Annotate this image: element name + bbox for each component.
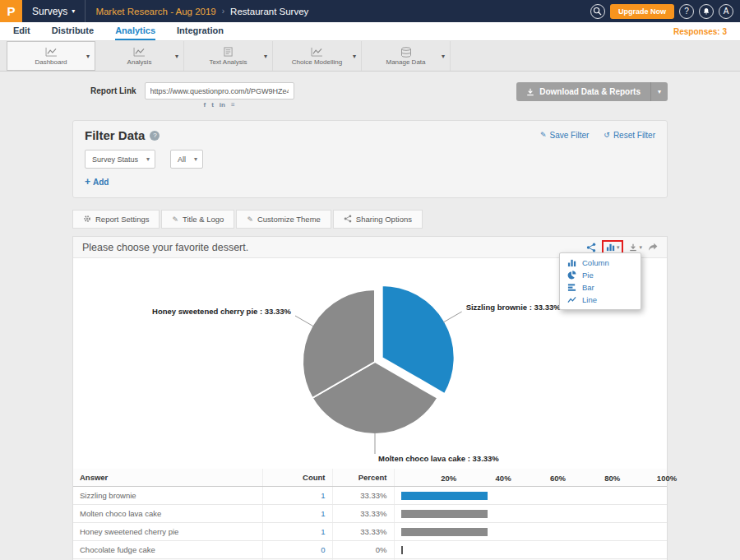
menubar-items: EditDistributeAnalyticsIntegration bbox=[13, 22, 224, 40]
filter-title: Filter Data bbox=[85, 128, 145, 142]
responses-count[interactable]: Responses: 3 bbox=[673, 22, 727, 40]
reset-filter-link[interactable]: ↺ Reset Filter bbox=[604, 131, 655, 140]
survey-status-value: Survey Status bbox=[92, 155, 138, 164]
menubar: EditDistributeAnalyticsIntegration Respo… bbox=[0, 22, 740, 41]
status-all-value: All bbox=[178, 155, 186, 164]
add-filter-label: Add bbox=[93, 178, 109, 187]
chevron-down-icon: ▾ bbox=[639, 244, 642, 250]
breadcrumb-separator: › bbox=[222, 7, 224, 16]
percent-cell: 33.33% bbox=[332, 505, 394, 523]
table-row: Chocolate fudge cake00% bbox=[73, 541, 667, 559]
tab-customize-theme[interactable]: ✎Customize Theme bbox=[236, 210, 331, 229]
chart-type-menu: ColumnPieBarLine bbox=[559, 252, 641, 310]
plus-icon: + bbox=[85, 176, 90, 187]
percent-header: Percent bbox=[332, 469, 394, 487]
chevron-down-icon: ▾ bbox=[617, 244, 620, 250]
notifications-button[interactable] bbox=[699, 4, 714, 19]
share-analytics-button[interactable] bbox=[586, 243, 596, 252]
caret-down-icon[interactable]: ▾ bbox=[175, 53, 178, 60]
answer-table: Answer Count Percent 20%40%60%80%100% Si… bbox=[73, 469, 667, 560]
facebook-icon[interactable]: f bbox=[204, 102, 206, 109]
search-button[interactable] bbox=[590, 4, 605, 19]
percent-bar bbox=[401, 546, 403, 554]
line-chart-icon bbox=[311, 47, 323, 58]
gear-icon bbox=[83, 215, 91, 224]
filter-selects: Survey Status ▾ All ▾ bbox=[85, 150, 655, 169]
toolbar-item-text-analysis[interactable]: Text Analysis▾ bbox=[184, 41, 273, 71]
scale-label: 20% bbox=[441, 473, 456, 482]
tab-sharing-options[interactable]: Sharing Options bbox=[333, 210, 423, 229]
caret-down-icon[interactable]: ▾ bbox=[353, 53, 356, 60]
document-chart-icon bbox=[222, 47, 234, 58]
percent-cell: 0% bbox=[332, 541, 394, 559]
pie-chart-icon bbox=[567, 271, 577, 280]
pie-label-line bbox=[443, 312, 462, 322]
answer-cell: Molten choco lava cake bbox=[73, 505, 262, 523]
chart-menu-item-line[interactable]: Line bbox=[560, 294, 641, 306]
pencil-icon: ✎ bbox=[540, 132, 547, 139]
save-filter-link[interactable]: ✎ Save Filter bbox=[540, 131, 589, 140]
scale-label: 40% bbox=[496, 473, 511, 482]
topbar-actions: Upgrade Now ? A bbox=[590, 4, 740, 19]
tab-report-settings[interactable]: Report Settings bbox=[72, 210, 160, 229]
help-button[interactable]: ? bbox=[679, 4, 694, 19]
toolbar-item-dashboard[interactable]: Dashboard▾ bbox=[7, 41, 95, 71]
breadcrumb-parent[interactable]: Market Research - Aug 2019 bbox=[95, 7, 215, 16]
download-icon bbox=[526, 88, 534, 96]
chart-menu-item-column[interactable]: Column bbox=[560, 257, 641, 269]
share-question-button[interactable] bbox=[648, 243, 658, 252]
status-all-select[interactable]: All ▾ bbox=[170, 150, 203, 169]
scale-header: 20%40%60%80%100% bbox=[394, 469, 667, 487]
survey-status-select[interactable]: Survey Status ▾ bbox=[85, 150, 155, 169]
report-link-input[interactable] bbox=[145, 82, 294, 100]
database-icon bbox=[400, 47, 412, 58]
tab-label: Title & Logo bbox=[183, 215, 224, 224]
filter-help-icon[interactable]: ? bbox=[150, 131, 160, 141]
reset-filter-label: Reset Filter bbox=[613, 131, 655, 140]
twitter-icon[interactable]: t bbox=[211, 102, 214, 109]
surveys-menu[interactable]: Surveys ▾ bbox=[22, 0, 86, 22]
toolbar-item-manage-data[interactable]: Manage Data▾ bbox=[362, 41, 451, 71]
menubar-item-analytics[interactable]: Analytics bbox=[115, 22, 155, 40]
toolbar-item-analysis[interactable]: Analysis▾ bbox=[95, 41, 184, 71]
line-chart-icon bbox=[133, 47, 146, 58]
caret-down-icon[interactable]: ▾ bbox=[442, 53, 445, 60]
blog-icon[interactable]: ≡ bbox=[231, 102, 235, 109]
filter-header: Filter Data ? ✎ Save Filter ↺ Reset Filt… bbox=[85, 128, 655, 142]
upgrade-now-button[interactable]: Upgrade Now bbox=[610, 4, 674, 19]
download-data-reports-button[interactable]: Download Data & Reports bbox=[516, 82, 650, 101]
toolbar-item-label: Choice Modelling bbox=[292, 58, 342, 66]
table-header-row: Answer Count Percent 20%40%60%80%100% bbox=[73, 469, 667, 487]
chart-menu-item-pie[interactable]: Pie bbox=[560, 269, 641, 281]
chevron-down-icon: ▾ bbox=[146, 156, 150, 163]
menubar-item-distribute[interactable]: Distribute bbox=[52, 22, 94, 40]
menubar-item-edit[interactable]: Edit bbox=[13, 22, 30, 40]
download-chart-button[interactable]: ▾ bbox=[629, 243, 642, 252]
caret-down-icon[interactable]: ▾ bbox=[86, 53, 90, 60]
chart-menu-item-bar[interactable]: Bar bbox=[560, 281, 641, 294]
answer-header: Answer bbox=[73, 469, 262, 487]
caret-down-icon[interactable]: ▾ bbox=[264, 53, 267, 60]
main-content: Report Link ftin≡ Download Data & Report… bbox=[72, 72, 668, 560]
avatar[interactable]: A bbox=[719, 4, 733, 19]
answer-cell: Sizzling brownie bbox=[73, 487, 262, 505]
download-options-caret[interactable]: ▾ bbox=[650, 82, 668, 101]
toolbar-item-choice-modelling[interactable]: Choice Modelling▾ bbox=[273, 41, 362, 71]
bar-cell bbox=[394, 487, 667, 505]
filter-links: ✎ Save Filter ↺ Reset Filter bbox=[540, 131, 655, 140]
count-cell: 1 bbox=[262, 523, 332, 541]
linkedin-icon[interactable]: in bbox=[220, 102, 225, 109]
menubar-item-integration[interactable]: Integration bbox=[177, 22, 224, 40]
column-chart-icon bbox=[567, 258, 577, 267]
tab-title-logo[interactable]: ✎Title & Logo bbox=[161, 210, 234, 229]
answer-table-body: Sizzling brownie133.33%Molten choco lava… bbox=[73, 487, 667, 559]
bar-track bbox=[401, 528, 661, 536]
add-filter-link[interactable]: + Add bbox=[85, 176, 109, 187]
questionpro-logo[interactable]: P bbox=[0, 0, 22, 22]
chart-menu-label: Column bbox=[582, 258, 609, 267]
answer-cell: Honey sweetened cherry pie bbox=[73, 523, 262, 541]
chart-menu-label: Pie bbox=[582, 271, 594, 280]
percent-bar bbox=[401, 492, 488, 500]
pencil-icon: ✎ bbox=[247, 215, 253, 224]
toolbar-item-label: Manage Data bbox=[386, 58, 425, 66]
